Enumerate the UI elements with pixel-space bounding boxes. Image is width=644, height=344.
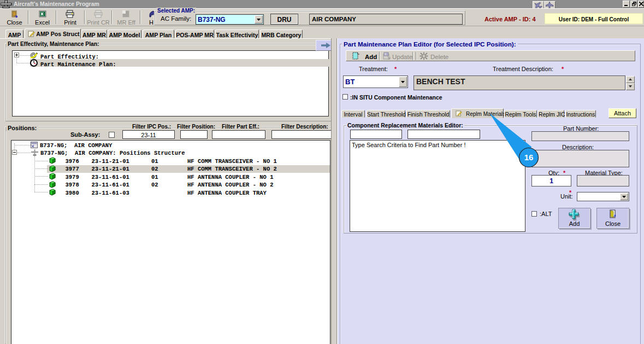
svg-text:16: 16 xyxy=(524,153,534,162)
